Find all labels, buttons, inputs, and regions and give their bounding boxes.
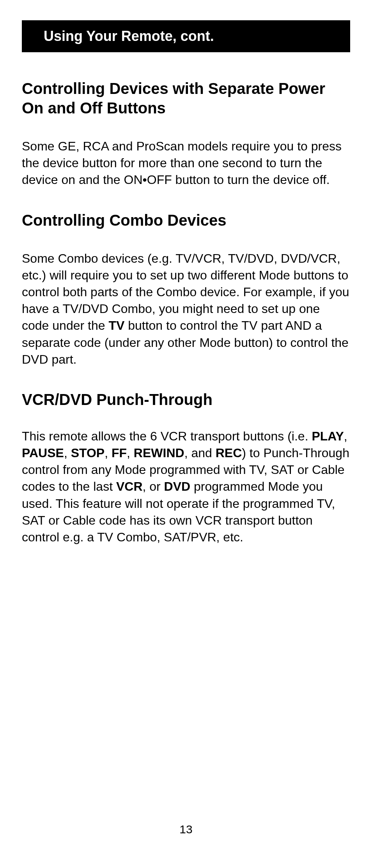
text-segment: , [105,446,112,460]
header-title: Using Your Remote, cont. [44,28,214,44]
section-body-combo: Some Combo devices (e.g. TV/VCR, TV/DVD,… [22,250,350,368]
section-body-separate-power: Some GE, RCA and ProScan models require … [22,138,350,189]
page-container: Using Your Remote, cont. Controlling Dev… [0,0,372,546]
text-segment: , [64,446,71,460]
section-heading-separate-power: Controlling Devices with Separate Power … [22,79,350,118]
section-body-punchthrough: This remote allows the 6 VCR transport b… [22,428,350,546]
text-segment: This remote allows the 6 VCR transport b… [22,429,312,443]
page-number: 13 [0,823,372,836]
text-segment: TV [108,318,124,332]
section-heading-combo: Controlling Combo Devices [22,210,350,230]
text-segment: , or [142,479,164,493]
section-heading-punchthrough: VCR/DVD Punch-Through [22,390,350,409]
text-segment: REC [216,446,242,460]
text-segment: , and [184,446,216,460]
text-segment: STOP [71,446,105,460]
text-segment: PLAY [312,429,344,443]
text-segment: VCR [116,479,143,493]
text-segment: REWIND [134,446,184,460]
text-segment: Some GE, RCA and ProScan models require … [22,139,342,187]
text-segment: , [127,446,134,460]
text-segment: PAUSE [22,446,64,460]
text-segment: FF [112,446,127,460]
text-segment: DVD [164,479,191,493]
header-bar: Using Your Remote, cont. [22,20,350,52]
text-segment: , [344,429,347,443]
